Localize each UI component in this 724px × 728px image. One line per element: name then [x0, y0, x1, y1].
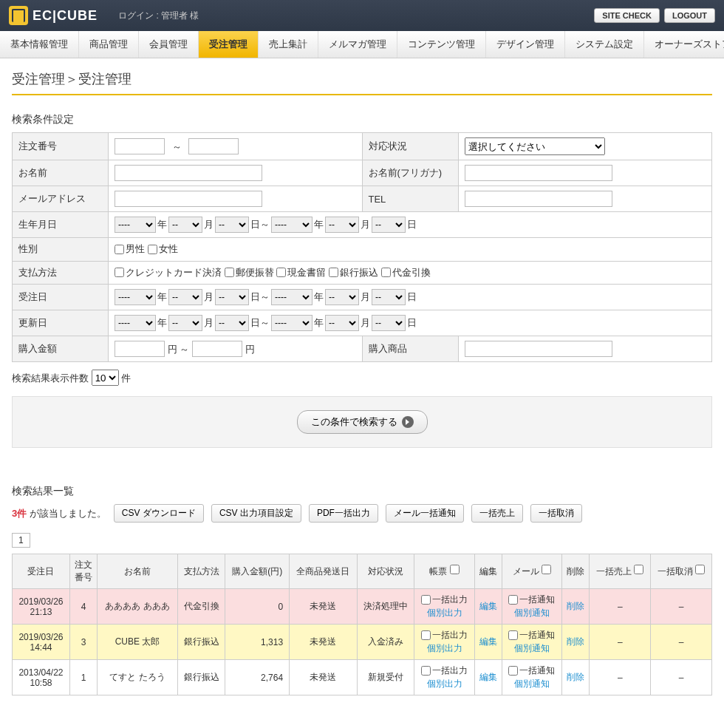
delete-link[interactable]: 削除: [567, 601, 584, 611]
mail-bulk-button[interactable]: メール一括通知: [386, 504, 464, 523]
bulk-sale-button[interactable]: 一括売上: [471, 504, 523, 523]
tab-2[interactable]: 会員管理: [139, 31, 199, 58]
bulk-notify[interactable]: 一括通知: [508, 664, 555, 677]
amount-from[interactable]: [115, 341, 165, 357]
table-row: 2013/04/2210:58 1 てすと たろう 銀行振込 2,764 未発送…: [13, 660, 712, 695]
col-no: 注文番号: [69, 554, 97, 589]
pay_bank[interactable]: 銀行振込: [329, 266, 378, 279]
col-date: 受注日: [13, 554, 70, 589]
arrow-icon: [402, 416, 414, 428]
tab-8[interactable]: システム設定: [565, 31, 644, 58]
label-product: 購入商品: [362, 336, 458, 362]
product-input[interactable]: [465, 341, 612, 357]
topbar: EC|CUBE ログイン : 管理者 様 SITE CHECK LOGOUT: [0, 0, 724, 31]
individual-notify[interactable]: 個別通知: [514, 678, 550, 689]
csv-download-button[interactable]: CSV ダウンロード: [114, 504, 204, 523]
bulk-notify[interactable]: 一括通知: [508, 593, 555, 606]
pdf-bulk-button[interactable]: PDF一括出力: [309, 504, 378, 523]
individual-notify[interactable]: 個別通知: [514, 643, 550, 653]
individual-output[interactable]: 個別出力: [427, 678, 462, 689]
label-name-kana: お名前(フリガナ): [362, 160, 458, 186]
bulk-cancel-button[interactable]: 一括取消: [530, 504, 582, 523]
label-status: 対応状況: [362, 133, 458, 160]
tab-7[interactable]: デザイン管理: [486, 31, 565, 58]
search-button[interactable]: この条件で検索する: [297, 410, 428, 434]
tab-1[interactable]: 商品管理: [79, 31, 139, 58]
tab-0[interactable]: 基本情報管理: [0, 31, 79, 58]
label-order-no: 注文番号: [13, 133, 109, 160]
col-slip: 帳票: [414, 554, 474, 589]
bulk-output[interactable]: 一括出力: [421, 664, 468, 677]
name-input[interactable]: [115, 165, 262, 181]
label-payment: 支払方法: [13, 261, 109, 285]
edit-link[interactable]: 編集: [479, 672, 497, 682]
col-ship: 全商品発送日: [290, 554, 357, 589]
label-birth: 生年月日: [13, 212, 109, 238]
amount-to[interactable]: [192, 341, 242, 357]
results-title: 検索結果一覧: [12, 485, 712, 498]
label-amount: 購入金額: [13, 336, 109, 362]
sex-male[interactable]: 男性: [115, 242, 145, 256]
bulk-output[interactable]: 一括出力: [421, 593, 468, 606]
tab-4[interactable]: 売上集計: [259, 31, 318, 58]
individual-output[interactable]: 個別出力: [427, 608, 462, 618]
search-section-title: 検索条件設定: [12, 113, 712, 126]
email-input[interactable]: [115, 191, 262, 207]
table-row: 2019/03/2614:44 3 CUBE 太郎 銀行振込 1,313 未発送…: [13, 625, 712, 660]
pay_credit[interactable]: クレジットカード決済: [115, 266, 222, 279]
tab-6[interactable]: コンテンツ管理: [397, 31, 486, 58]
bulk-notify[interactable]: 一括通知: [508, 629, 555, 642]
page-size-select[interactable]: 10: [92, 370, 119, 386]
edit-link[interactable]: 編集: [479, 636, 497, 647]
name-kana-input[interactable]: [465, 165, 612, 181]
breadcrumb: 受注管理＞受注管理: [12, 70, 712, 95]
col-status: 対応状況: [357, 554, 414, 589]
site-check-button[interactable]: SITE CHECK: [594, 8, 660, 23]
pay_cash[interactable]: 現金書留: [276, 266, 326, 279]
logout-button[interactable]: LOGOUT: [664, 8, 715, 23]
yen: 円 ～: [168, 344, 190, 355]
individual-notify[interactable]: 個別通知: [514, 608, 550, 618]
result-table: 受注日注文番号お名前支払方法購入金額(円)全商品発送日対応状況帳票 編集メール …: [12, 554, 712, 695]
search-form: 注文番号 ～ 対応状況 選択してください お名前 お名前(フリガナ) メールアド…: [12, 132, 712, 362]
page-size: 検索結果表示件数 10 件: [12, 370, 712, 386]
col-payment: 支払方法: [177, 554, 225, 589]
logo-icon: [9, 6, 28, 25]
col-del: 削除: [562, 554, 590, 589]
label-email: メールアドレス: [13, 186, 109, 212]
tilde: ～: [172, 141, 182, 152]
logo: EC|CUBE: [9, 6, 98, 25]
bulk-output[interactable]: 一括出力: [421, 629, 468, 642]
yen2: 円: [245, 344, 255, 355]
hit-count: 3件: [12, 508, 27, 519]
label-name: お名前: [13, 160, 109, 186]
tab-3[interactable]: 受注管理: [199, 31, 259, 58]
sex-female[interactable]: 女性: [148, 242, 178, 256]
col-mail: メール: [502, 554, 561, 589]
edit-link[interactable]: 編集: [479, 601, 497, 611]
label-sex: 性別: [13, 238, 109, 262]
page-number[interactable]: 1: [12, 533, 30, 548]
status-select[interactable]: 選択してください: [465, 137, 605, 155]
col-bulk_cancel: 一括取消: [651, 554, 712, 589]
col-amount: 購入金額(円): [225, 554, 290, 589]
label-update-date: 更新日: [13, 310, 109, 336]
pay_postal[interactable]: 郵便振替: [225, 266, 274, 279]
csv-config-button[interactable]: CSV 出力項目設定: [211, 504, 301, 523]
label-tel: TEL: [362, 186, 458, 212]
delete-link[interactable]: 削除: [567, 672, 584, 682]
tab-9[interactable]: オーナーズストア: [644, 31, 724, 58]
order-no-from[interactable]: [115, 138, 165, 154]
tab-5[interactable]: メルマガ管理: [318, 31, 397, 58]
label-order-date: 受注日: [13, 285, 109, 310]
col-name: お名前: [98, 554, 178, 589]
delete-link[interactable]: 削除: [567, 636, 584, 647]
order-no-to[interactable]: [188, 138, 239, 154]
col-edit: 編集: [474, 554, 502, 589]
main-nav: 基本情報管理商品管理会員管理受注管理売上集計メルマガ管理コンテンツ管理デザイン管…: [0, 31, 724, 58]
table-row: 2019/03/2621:13 4 ああああ あああ 代金引換 0 未発送 決済…: [13, 589, 712, 625]
pay_cod[interactable]: 代金引換: [381, 266, 431, 279]
tel-input[interactable]: [465, 191, 612, 207]
individual-output[interactable]: 個別出力: [427, 643, 462, 653]
logo-text: EC|CUBE: [33, 8, 98, 24]
